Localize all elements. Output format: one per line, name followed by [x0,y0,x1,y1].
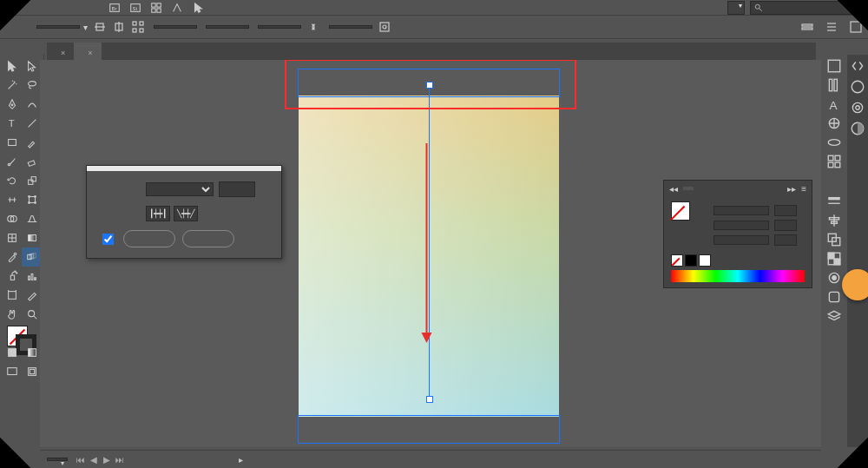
orientation-align-path[interactable]: ╲┿┿╱ [174,206,198,221]
eyedropper-tool[interactable] [2,247,22,267]
spacing-mode-select[interactable] [146,182,214,196]
black-swatch[interactable] [685,254,697,267]
expand-dock-icon[interactable] [850,58,865,74]
pen-tool[interactable] [2,95,22,114]
close-icon[interactable]: × [88,49,92,57]
zoom-level[interactable] [47,458,68,461]
rectangle-tool[interactable] [2,133,22,152]
bri-slider[interactable] [713,235,769,245]
hue-slider[interactable] [713,206,769,215]
mesh-tool[interactable] [2,228,22,247]
slice-tool[interactable] [22,286,42,305]
prefs-icon[interactable] [825,20,838,34]
arrange-icon[interactable] [150,2,162,14]
rotate-tool[interactable] [2,171,22,190]
gradient-tool[interactable] [22,228,42,247]
align-h-icon[interactable] [93,20,107,34]
gpu-icon[interactable] [171,2,183,14]
setup-icon[interactable] [800,20,814,34]
swatches-panel-icon[interactable] [826,154,842,169]
eraser-tool[interactable] [22,152,42,171]
paintbrush-tool[interactable] [22,133,42,152]
magic-wand-tool[interactable] [2,76,22,95]
sat-value[interactable] [774,220,797,231]
layers-panel-icon[interactable] [826,308,842,324]
white-swatch[interactable] [699,254,711,267]
color-spectrum[interactable] [671,270,805,282]
opacity-value[interactable] [36,25,80,29]
transparency-panel-icon[interactable] [826,251,842,267]
x-value[interactable] [154,25,197,29]
zoom-tool[interactable] [22,305,42,324]
properties-panel-icon[interactable] [826,58,842,74]
stroke-panel-icon[interactable] [826,194,842,209]
panel-menu-icon[interactable]: ≡ [801,184,806,194]
curvature-tool[interactable] [22,95,42,114]
shape-builder-tool[interactable] [2,209,22,228]
isolate-icon[interactable] [378,20,391,34]
color-mode-icon[interactable] [2,343,22,362]
direct-selection-tool[interactable] [22,56,42,76]
selection-tool[interactable] [2,56,22,76]
artboard-tool[interactable] [2,286,22,305]
stock-icon[interactable]: St [129,2,141,14]
line-tool[interactable] [22,114,42,133]
color-guide-icon[interactable] [850,121,865,136]
color-panel-collapse-icon[interactable]: ◂◂ [669,184,678,194]
align-v-icon[interactable] [112,20,126,34]
color-fill-swatch[interactable] [671,201,690,221]
color-panel-tab[interactable] [683,187,694,190]
transform-icon[interactable] [131,20,145,34]
bri-value[interactable] [774,234,797,246]
column-graph-tool[interactable] [22,267,42,286]
artboard-nav[interactable]: ⏮◀▶⏭ [75,455,126,465]
draw-mode-icon[interactable] [22,362,42,381]
cursor-icon[interactable] [192,2,204,14]
none-swatch[interactable] [671,254,683,267]
workspace-switcher[interactable] [727,1,745,15]
chevron-right-icon[interactable]: ▸ [239,455,243,465]
gradient-mode-icon[interactable] [22,343,42,362]
close-icon[interactable]: × [61,49,65,57]
bridge-icon[interactable]: Br [108,2,121,14]
blend-tool[interactable] [22,247,42,267]
pathfinder-panel-icon[interactable] [826,232,842,247]
h-value[interactable] [329,25,372,29]
width-tool[interactable] [2,190,22,209]
spacing-value-input[interactable] [219,181,255,197]
orientation-align-page[interactable]: ┃┿┿┃ [146,206,170,221]
brushes-panel-icon[interactable] [826,135,842,150]
shaper-tool[interactable] [2,152,22,171]
tab-document-2[interactable]: × [74,43,101,60]
hand-tool[interactable] [2,305,22,324]
color-themes-icon[interactable] [850,79,865,95]
type-tool[interactable]: T [2,114,22,133]
panel-more-icon[interactable]: ▸▸ [787,184,796,194]
lasso-tool[interactable] [22,76,42,95]
sat-slider[interactable] [713,221,769,230]
character-panel-icon[interactable]: A [826,96,842,112]
svg-point-90 [852,102,862,112]
cancel-button[interactable] [182,230,234,247]
free-transform-tool[interactable] [22,190,42,209]
hue-value[interactable] [774,205,797,216]
scale-tool[interactable] [22,171,42,190]
libraries-panel-icon[interactable] [826,77,842,93]
preview-checkbox[interactable] [99,231,116,247]
svg-rect-4 [152,3,155,6]
notification-badge[interactable] [842,269,868,300]
w-value[interactable] [258,25,301,29]
symbol-sprayer-tool[interactable] [2,267,22,286]
align-panel-icon[interactable] [826,213,842,228]
graphic-styles-panel-icon[interactable] [826,289,842,305]
symbols-panel-icon[interactable] [826,115,842,131]
perspective-grid-tool[interactable] [22,209,42,228]
cc-libraries-icon[interactable] [850,100,865,115]
y-value[interactable] [206,25,249,29]
tab-document-1[interactable]: × [47,43,74,60]
link-wh-icon[interactable] [306,20,320,34]
appearance-panel-icon[interactable] [826,270,842,286]
chevron-down-icon[interactable]: ▾ [83,23,88,32]
screen-mode-icon[interactable] [2,362,22,381]
ok-button[interactable] [123,230,175,247]
